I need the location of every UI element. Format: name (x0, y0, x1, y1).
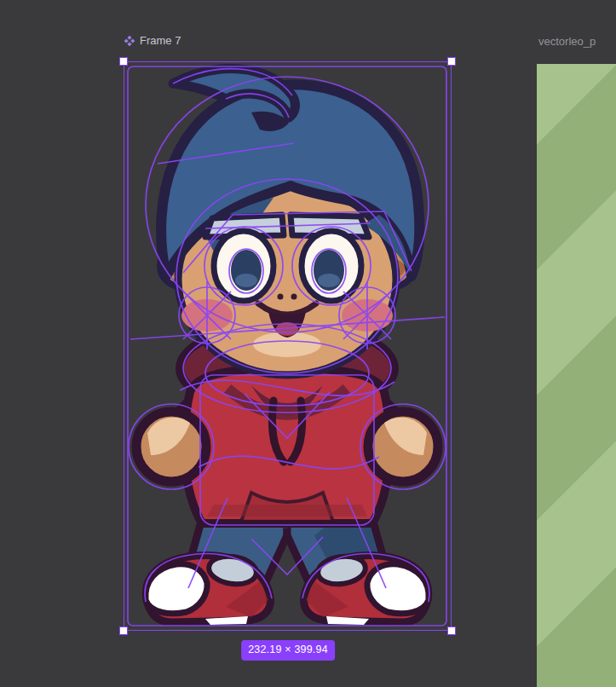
frame-label-frame-7[interactable]: Frame 7 (124, 35, 181, 47)
sneaker (304, 553, 429, 625)
frame-7-artwork[interactable] (124, 61, 452, 631)
frame-label-vectorleo[interactable]: vectorleo_p (538, 36, 596, 48)
fist (136, 412, 206, 482)
dimensions-badge: 232.19 × 399.94 (241, 640, 335, 661)
selection-handle-top-left[interactable] (119, 57, 128, 66)
component-diamonds-icon (124, 36, 135, 46)
fist (368, 412, 438, 482)
selection-handle-bottom-left[interactable] (119, 626, 128, 635)
sneaker (146, 553, 271, 625)
selection-handle-bottom-right[interactable] (447, 626, 456, 635)
selection-handle-top-right[interactable] (447, 57, 456, 66)
hoodie (184, 368, 389, 523)
figma-canvas[interactable]: { "header": { "selected_frame_label": "F… (0, 0, 616, 687)
frame-label-text: Frame 7 (140, 35, 181, 47)
frame-vectorleo-artboard[interactable] (537, 64, 616, 687)
